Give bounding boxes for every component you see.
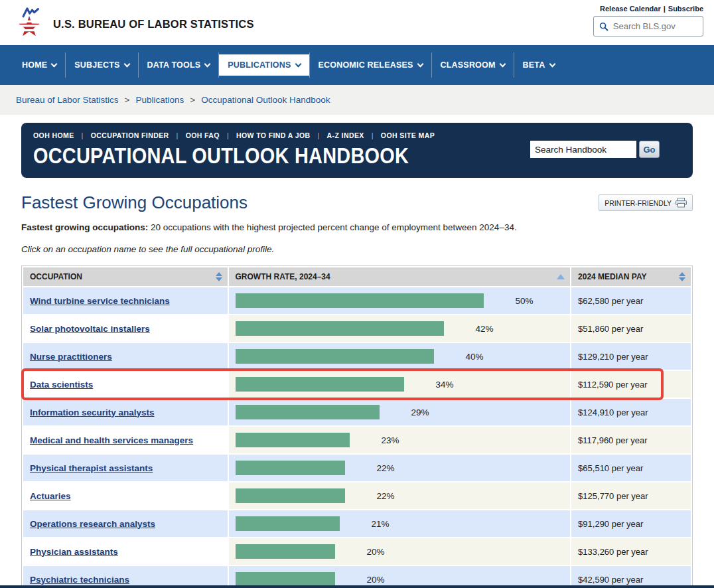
occupation-cell: Actuaries [23, 482, 228, 509]
note-paragraph: Click on an occupation name to see the f… [21, 244, 693, 254]
growth-rate-cell: 23% [229, 427, 571, 453]
occupations-table-wrap: OCCUPATIONGROWTH RATE, 2024–342024 MEDIA… [21, 265, 693, 588]
growth-bar [236, 461, 345, 475]
growth-percent-label: 22% [377, 463, 395, 473]
chevron-down-icon [549, 60, 555, 67]
occupation-link[interactable]: Wind turbine service technicians [30, 296, 170, 306]
intro-lead: Fastest growing occupations: [21, 222, 148, 232]
column-header-label: GROWTH RATE, 2024–34 [236, 272, 330, 281]
breadcrumb: Bureau of Labor Statistics>Publications>… [0, 85, 714, 115]
table-row: Physical therapist assistants22%$65,510 … [23, 455, 691, 481]
handbook-search-input[interactable] [530, 141, 636, 158]
column-header-growth-rate-2024-34[interactable]: GROWTH RATE, 2024–34 [229, 267, 571, 286]
bls-logo-brand[interactable]: U.S. BUREAU OF LABOR STATISTICS [13, 3, 254, 45]
nav-item-label: SUBJECTS [74, 60, 119, 70]
ooh-menu-ooh-home[interactable]: OOH HOME [33, 131, 74, 139]
release-calendar-link[interactable]: Release Calendar [600, 5, 661, 13]
occupations-table: OCCUPATIONGROWTH RATE, 2024–342024 MEDIA… [22, 266, 692, 588]
column-header-occupation[interactable]: OCCUPATION [23, 267, 228, 286]
growth-bar [236, 433, 350, 447]
occupation-cell: Wind turbine service technicians [23, 287, 228, 314]
breadcrumb-link[interactable]: Bureau of Labor Statistics [16, 95, 119, 105]
chevron-down-icon [417, 60, 423, 67]
median-pay-cell: $133,260 per year [571, 538, 691, 565]
occupation-link[interactable]: Solar photovoltaic installers [30, 324, 150, 334]
occupation-link[interactable]: Data scientists [30, 380, 93, 390]
agency-title: U.S. BUREAU OF LABOR STATISTICS [53, 18, 254, 31]
header-utility-links: Release Calendar|Subscribe [600, 5, 703, 13]
growth-bar [236, 572, 335, 587]
growth-bar [236, 293, 484, 308]
chevron-down-icon [51, 60, 58, 67]
occupation-link[interactable]: Physical therapist assistants [30, 463, 153, 473]
ooh-menu-occupation-finder[interactable]: OCCUPATION FINDER [91, 131, 169, 139]
growth-bar [236, 405, 380, 419]
ooh-menu-a-z-index[interactable]: A-Z INDEX [327, 131, 364, 139]
table-row: Medical and health services managers23%$… [23, 427, 691, 453]
growth-rate-cell: 22% [229, 482, 571, 509]
growth-rate-cell: 20% [229, 538, 571, 565]
median-pay-cell: $129,210 per year [571, 343, 691, 370]
nav-item-classroom[interactable]: CLASSROOM [432, 54, 514, 76]
nav-item-label: ECONOMIC RELEASES [319, 60, 413, 70]
growth-rate-cell: 29% [229, 399, 571, 425]
subscribe-link[interactable]: Subscribe [668, 5, 703, 13]
nav-item-label: HOME [22, 60, 47, 70]
handbook-search-go-button[interactable]: Go [639, 141, 660, 158]
nav-item-data-tools[interactable]: DATA TOOLS [139, 54, 219, 76]
occupation-link[interactable]: Actuaries [30, 491, 71, 501]
occupation-link[interactable]: Psychiatric technicians [30, 575, 129, 585]
occupation-cell: Nurse practitioners [23, 343, 228, 370]
nav-item-label: PUBLICATIONS [228, 60, 291, 70]
ooh-menu-ooh-faq[interactable]: OOH FAQ [186, 131, 220, 139]
printer-friendly-button[interactable]: PRINTER-FRIENDLY [599, 194, 693, 211]
growth-bar [236, 516, 340, 531]
nav-item-label: BETA [523, 60, 545, 70]
table-header-row: OCCUPATIONGROWTH RATE, 2024–342024 MEDIA… [23, 267, 691, 286]
ooh-menu-ooh-site-map[interactable]: OOH SITE MAP [381, 131, 435, 139]
occupation-link[interactable]: Information security analysts [30, 407, 155, 417]
nav-item-subjects[interactable]: SUBJECTS [66, 54, 137, 76]
occupation-cell: Physical therapist assistants [23, 455, 228, 481]
growth-percent-label: 22% [377, 491, 395, 501]
growth-rate-cell: 22% [229, 455, 571, 481]
search-icon [599, 21, 608, 32]
breadcrumb-separator: > [190, 95, 195, 105]
occupation-link[interactable]: Medical and health services managers [30, 435, 193, 445]
nav-item-beta[interactable]: BETA [514, 54, 563, 76]
nav-item-economic-releases[interactable]: ECONOMIC RELEASES [310, 54, 431, 76]
occupation-link[interactable]: Operations research analysts [30, 519, 155, 529]
growth-percent-label: 40% [466, 352, 484, 362]
sort-arrows-icon [679, 272, 685, 281]
growth-rate-cell: 40% [229, 343, 571, 370]
occupation-link[interactable]: Nurse practitioners [30, 352, 112, 362]
nav-item-publications[interactable]: PUBLICATIONS [219, 54, 309, 76]
nav-item-home[interactable]: HOME [13, 54, 65, 76]
page-title: Fastest Growing Occupations [21, 192, 248, 212]
chevron-down-icon [295, 60, 301, 67]
table-row: Wind turbine service technicians50%$62,5… [23, 287, 691, 314]
growth-bar [236, 321, 444, 336]
table-row: Data scientists34%$112,590 per year [23, 371, 691, 398]
column-header-2024-median-pay[interactable]: 2024 MEDIAN PAY [571, 267, 691, 286]
ooh-menu-how-to-find-a-job[interactable]: HOW TO FIND A JOB [236, 131, 310, 139]
ooh-menu-separator: | [372, 131, 374, 139]
occupation-link[interactable]: Physician assistants [30, 547, 118, 557]
growth-rate-cell: 50% [229, 287, 571, 314]
median-pay-cell: $125,770 per year [571, 482, 691, 509]
occupation-cell: Solar photovoltaic installers [23, 315, 228, 342]
column-header-label: OCCUPATION [30, 272, 82, 281]
bls-search-box[interactable] [593, 16, 703, 37]
footer-strip [0, 585, 714, 588]
growth-percent-label: 50% [516, 296, 534, 306]
breadcrumb-link[interactable]: Publications [135, 95, 184, 105]
breadcrumb-link[interactable]: Occupational Outlook Handbook [201, 95, 330, 105]
median-pay-cell: $62,580 per year [571, 287, 691, 314]
growth-rate-cell: 42% [229, 315, 571, 342]
sort-up-icon [679, 272, 685, 276]
median-pay-cell: $124,910 per year [571, 399, 691, 425]
growth-bar [236, 544, 335, 559]
pipe-separator: | [664, 5, 666, 13]
growth-bar [236, 488, 345, 503]
bls-search-input[interactable] [613, 21, 697, 31]
